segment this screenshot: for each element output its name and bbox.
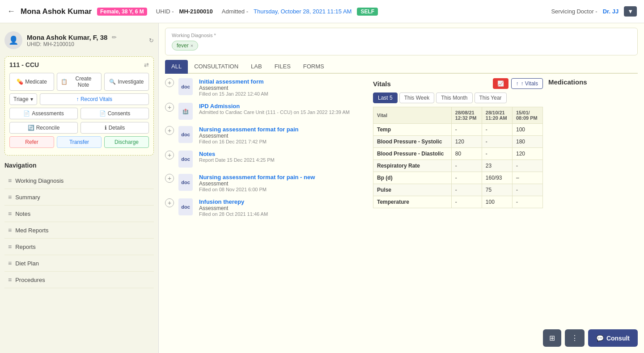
- refresh-icon[interactable]: ↻: [149, 37, 154, 44]
- investigate-icon: 🔍: [109, 79, 116, 85]
- add-assessment-circle[interactable]: +: [165, 198, 174, 207]
- assessment-item: + doc Nursing assessment format for pain…: [165, 174, 368, 192]
- remove-tag-icon[interactable]: ×: [191, 43, 193, 48]
- vital-v3: -: [513, 196, 543, 208]
- admitted-prefix: Admitted -: [222, 8, 248, 15]
- nav-icon-med-reports: ≡: [8, 227, 12, 234]
- discharge-button[interactable]: Discharge: [104, 136, 149, 148]
- vitals-filter-this-week[interactable]: This Week: [399, 92, 434, 103]
- assessment-title[interactable]: Infusion therepy: [199, 198, 368, 205]
- nav-icon-reports: ≡: [8, 243, 12, 250]
- working-diagnosis-tags: fever ×: [172, 41, 631, 50]
- assessment-date: Filled on 28 Oct 2021 11:46 AM: [199, 211, 368, 217]
- assessment-type: Assessment: [199, 85, 368, 91]
- vitals-chart-button[interactable]: 📈: [493, 78, 508, 89]
- more-options-button[interactable]: ⋮: [565, 329, 585, 347]
- vital-v2: 160/93: [482, 172, 512, 184]
- nav-icon-summary: ≡: [8, 193, 12, 201]
- add-assessment-circle[interactable]: +: [165, 126, 174, 135]
- content-columns: + doc Initial assessment form Assessment…: [165, 78, 638, 223]
- triage-row: Triage ▾ ↑ Record Vitals: [9, 93, 149, 105]
- nav-item-med-reports[interactable]: ≡Med Reports: [4, 222, 154, 239]
- transfer-button[interactable]: Transfer: [57, 136, 102, 148]
- left-sidebar: 👤 Mona Ashok Kumar, F, 38 ✏ UHID: MH-210…: [0, 23, 159, 353]
- reconcile-button[interactable]: 🔄 Reconcile: [9, 122, 78, 134]
- consents-button[interactable]: 📄 Consents: [80, 108, 149, 119]
- nav-icon-diet-plan: ≡: [8, 260, 12, 267]
- assessment-title[interactable]: Nursing assessment format for pain - new: [199, 174, 368, 181]
- investigate-button[interactable]: 🔍 Investigate: [104, 73, 149, 91]
- doc-icon: doc: [178, 78, 193, 95]
- assessment-item: + doc Notes Report Date 15 Dec 2021 4:25…: [165, 151, 368, 168]
- add-assessment-circle[interactable]: +: [165, 174, 174, 183]
- servicing-doctor: Dr. JJ: [603, 8, 619, 15]
- diagnosis-tag-fever[interactable]: fever ×: [172, 41, 198, 50]
- assessment-title[interactable]: Notes: [199, 151, 368, 157]
- add-assessment-circle[interactable]: +: [165, 151, 174, 160]
- assessment-date: Admitted to Cardiac Care Unit (111 - CCU…: [199, 109, 368, 115]
- header-patient-name: Mona Ashok Kumar: [21, 7, 92, 16]
- nav-item-procedures[interactable]: ≡Procedures: [4, 272, 154, 288]
- vitals-filter-this-year[interactable]: This Year: [475, 92, 507, 103]
- assessment-date: Filled on 16 Dec 2021 7:42 PM: [199, 139, 368, 144]
- back-button[interactable]: ←: [7, 7, 15, 16]
- vital-v1: -: [451, 160, 482, 172]
- vital-v1: 80: [451, 148, 482, 160]
- nav-item-summary[interactable]: ≡Summary: [4, 189, 154, 206]
- transfer-arrows-icon[interactable]: ⇄: [144, 62, 149, 68]
- vital-label: Bp (d): [373, 172, 452, 184]
- vitals-filter-last-5[interactable]: Last 5: [373, 92, 398, 103]
- note-icon: 📋: [61, 79, 68, 85]
- vitals-filter-this-month[interactable]: This Month: [436, 92, 472, 103]
- vitals-col-3: 15/01/08:09 PM: [513, 107, 543, 124]
- vitals-up-icon: ↑: [516, 80, 519, 87]
- navigation-title: Navigation: [4, 162, 154, 169]
- vitals-column: Vitals 📈 ↑ ↑ Vitals Last 5This WeekThis …: [373, 78, 543, 223]
- tab-lab[interactable]: LAB: [245, 60, 268, 74]
- vital-v1: -: [451, 124, 482, 136]
- nav-item-notes[interactable]: ≡Notes: [4, 206, 154, 222]
- vitals-actions: 📈 ↑ ↑ Vitals: [493, 78, 543, 89]
- vital-v1: -: [451, 196, 482, 208]
- vitals-header: Vitals 📈 ↑ ↑ Vitals: [373, 78, 543, 89]
- self-badge: SELF: [357, 8, 378, 16]
- nav-item-working-diagnosis[interactable]: ≡Working Diagnosis: [4, 172, 154, 189]
- assessment-date: Report Date 15 Dec 2021 4:25 PM: [199, 157, 368, 163]
- edit-icon[interactable]: ✏: [112, 34, 117, 41]
- nav-item-reports[interactable]: ≡Reports: [4, 239, 154, 255]
- assessment-type: Assessment: [199, 205, 368, 211]
- assessment-type: Assessment: [199, 133, 368, 139]
- add-assessment-circle[interactable]: +: [165, 103, 174, 112]
- vital-v3: -: [513, 160, 543, 172]
- vital-label: Blood Pressure - Systolic: [373, 136, 452, 148]
- medicate-button[interactable]: 💊 Medicate: [9, 73, 54, 91]
- vital-v3: 100: [513, 124, 543, 136]
- vital-v3: -: [513, 184, 543, 196]
- servicing-dropdown-button[interactable]: ▼: [624, 6, 637, 17]
- tab-all[interactable]: ALL: [165, 60, 188, 74]
- vital-v1: -: [451, 172, 482, 184]
- create-note-button[interactable]: 📋 Create Note: [57, 73, 102, 91]
- vitals-add-button[interactable]: ↑ ↑ Vitals: [511, 78, 543, 89]
- grid-button[interactable]: ⊞: [543, 329, 561, 347]
- assessment-title[interactable]: IPD Admission: [199, 103, 368, 109]
- add-assessment-circle[interactable]: +: [165, 78, 174, 87]
- consult-button[interactable]: 💬 Consult: [588, 329, 638, 347]
- medications-title: Medications: [548, 78, 638, 86]
- triage-button[interactable]: Triage ▾: [9, 93, 37, 105]
- vitals-row: Temp - - 100: [373, 124, 543, 136]
- medicate-icon: 💊: [17, 79, 23, 85]
- vital-v2: 23: [482, 160, 512, 172]
- tab-consultation[interactable]: CONSULTATION: [188, 60, 245, 74]
- assessment-title[interactable]: Nursing assessment format for pain: [199, 126, 368, 133]
- assessment-title[interactable]: Initial assessment form: [199, 78, 368, 85]
- gender-badge: Female, 38 Y, 6 M: [97, 8, 147, 16]
- assessments-button[interactable]: 📄 Assessments: [9, 108, 78, 119]
- tab-forms[interactable]: FORMS: [297, 60, 330, 74]
- details-button[interactable]: ℹ Details: [80, 122, 149, 134]
- nav-item-diet-plan[interactable]: ≡Diet Plan: [4, 255, 154, 272]
- tab-files[interactable]: FILES: [268, 60, 297, 74]
- doc-icon: doc: [178, 151, 193, 168]
- record-vitals-button[interactable]: ↑ Record Vitals: [40, 93, 149, 105]
- refer-button[interactable]: Refer: [9, 136, 54, 148]
